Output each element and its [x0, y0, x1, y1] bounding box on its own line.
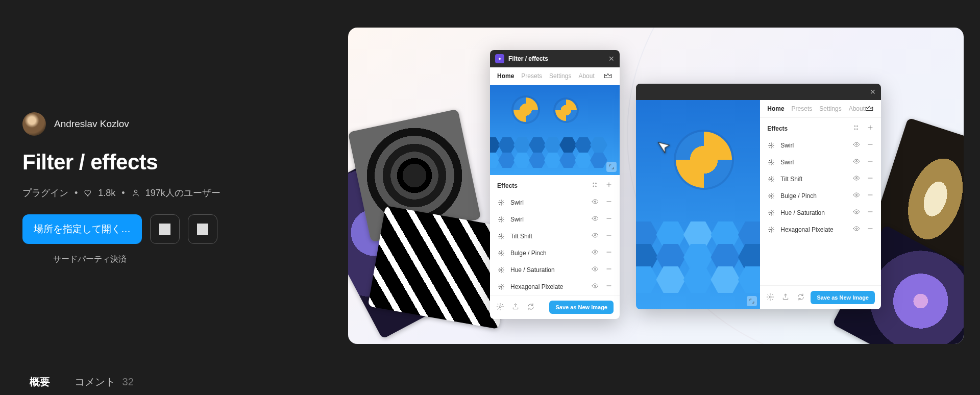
visibility-icon[interactable]	[852, 141, 861, 150]
close-icon[interactable]: ✕	[870, 88, 876, 96]
plugin-info-panel: Andreslav Kozlov Filter / effects プラグイン …	[22, 112, 257, 265]
remove-icon[interactable]	[605, 265, 612, 274]
effect-row[interactable]: Swirl	[760, 154, 881, 170]
tab-comments-count: 32	[122, 376, 134, 387]
effect-name: Swirl	[510, 199, 524, 206]
swirl-graphic	[513, 97, 538, 122]
square-icon	[197, 224, 208, 235]
svg-point-16	[595, 285, 596, 287]
effect-icon	[767, 226, 775, 234]
svg-point-6	[595, 201, 596, 203]
close-icon[interactable]: ✕	[608, 55, 615, 63]
svg-point-17	[499, 306, 501, 308]
remove-icon[interactable]	[867, 225, 874, 234]
panel-tab-presets[interactable]: Presets	[792, 105, 813, 112]
panel-titlebar: ✕	[636, 84, 881, 100]
panel-tab-about[interactable]: About	[849, 105, 865, 112]
remove-icon[interactable]	[867, 191, 874, 200]
effect-row[interactable]: Hexagonal Pixelate	[490, 278, 620, 295]
refresh-icon[interactable]	[797, 293, 805, 303]
visibility-icon[interactable]	[591, 232, 599, 240]
effect-row[interactable]: Hexagonal Pixelate	[760, 221, 881, 238]
visibility-icon[interactable]	[852, 191, 861, 200]
effect-row[interactable]: Bulge / Pinch	[760, 187, 881, 204]
svg-point-5	[501, 202, 502, 203]
effect-name: Bulge / Pinch	[780, 192, 817, 200]
svg-point-14	[595, 268, 596, 270]
effect-icon	[497, 249, 505, 257]
panel-tab-settings[interactable]: Settings	[819, 105, 841, 112]
remove-icon[interactable]	[605, 232, 612, 240]
effect-row[interactable]: Swirl	[760, 137, 881, 154]
panel-tabs: Home Presets Settings About	[490, 67, 620, 85]
svg-point-7	[501, 218, 502, 220]
effect-icon	[767, 175, 775, 183]
visibility-icon[interactable]	[591, 282, 599, 291]
visibility-icon[interactable]	[591, 198, 599, 207]
drag-icon[interactable]	[852, 124, 860, 133]
save-button[interactable]: Save as New Image	[811, 291, 875, 304]
author-row[interactable]: Andreslav Kozlov	[22, 112, 257, 136]
remove-icon[interactable]	[867, 158, 874, 166]
plugin-panel-b: ✕ Home Presets Sett	[636, 84, 881, 309]
remove-icon[interactable]	[867, 208, 874, 217]
remove-icon[interactable]	[605, 282, 612, 291]
crown-icon[interactable]	[865, 105, 874, 112]
icon-button-2[interactable]	[188, 214, 217, 244]
visibility-icon[interactable]	[591, 249, 599, 257]
expand-icon[interactable]	[747, 296, 757, 306]
gear-icon[interactable]	[766, 293, 774, 303]
effect-name: Swirl	[780, 142, 794, 149]
visibility-icon[interactable]	[852, 225, 861, 234]
effect-icon	[497, 199, 505, 207]
panel-tab-presets[interactable]: Presets	[521, 72, 542, 80]
export-icon[interactable]	[511, 303, 520, 312]
tab-comments[interactable]: コメント 32	[75, 372, 134, 392]
effect-row[interactable]: Hue / Saturation	[490, 261, 620, 278]
gear-icon[interactable]	[496, 303, 504, 312]
panel-tab-about[interactable]: About	[578, 72, 594, 80]
effect-row[interactable]: Tilt Shift	[760, 170, 881, 187]
open-in-button[interactable]: 場所を指定して開く…	[22, 214, 142, 244]
visibility-icon[interactable]	[852, 208, 861, 217]
panel-tab-home[interactable]: Home	[767, 105, 784, 112]
remove-icon[interactable]	[605, 215, 612, 224]
add-icon[interactable]	[605, 181, 612, 190]
tab-overview[interactable]: 概要	[30, 372, 50, 392]
crown-icon[interactable]	[603, 72, 612, 80]
remove-icon[interactable]	[867, 141, 874, 150]
expand-icon[interactable]	[606, 162, 617, 172]
panel-tab-settings[interactable]: Settings	[549, 72, 571, 80]
remove-icon[interactable]	[605, 198, 612, 207]
effect-name: Hexagonal Pixelate	[780, 226, 833, 233]
export-icon[interactable]	[781, 293, 790, 303]
add-icon[interactable]	[867, 124, 874, 133]
effect-row[interactable]: Swirl	[490, 211, 620, 228]
effect-name: Hue / Saturation	[780, 209, 825, 216]
visibility-icon[interactable]	[591, 215, 599, 224]
remove-icon[interactable]	[867, 175, 874, 183]
visibility-icon[interactable]	[852, 158, 861, 166]
effect-row[interactable]: Hue / Saturation	[760, 204, 881, 221]
effect-row[interactable]: Tilt Shift	[490, 228, 620, 244]
visibility-icon[interactable]	[852, 175, 861, 183]
refresh-icon[interactable]	[527, 303, 535, 312]
drag-icon[interactable]	[591, 181, 598, 190]
svg-point-18	[854, 126, 855, 127]
panel-tab-home[interactable]: Home	[497, 72, 514, 80]
meta-users: 197k人のユーザー	[145, 187, 220, 199]
plugin-title: Filter / effects	[22, 150, 257, 175]
effects-title: Effects	[497, 182, 518, 189]
hero-preview: ✦ Filter / effects ✕ Home Presets Settin…	[348, 28, 964, 344]
save-button[interactable]: Save as New Image	[549, 301, 614, 314]
visibility-icon[interactable]	[591, 265, 599, 274]
effect-row[interactable]: Bulge / Pinch	[490, 244, 620, 261]
tab-comments-label: コメント	[75, 376, 115, 387]
effect-icon	[497, 232, 505, 240]
effect-row[interactable]: Swirl	[490, 194, 620, 211]
remove-icon[interactable]	[605, 249, 612, 257]
square-icon	[159, 224, 170, 235]
icon-button-1[interactable]	[150, 214, 180, 244]
effect-icon	[767, 209, 775, 217]
svg-point-21	[856, 129, 857, 130]
